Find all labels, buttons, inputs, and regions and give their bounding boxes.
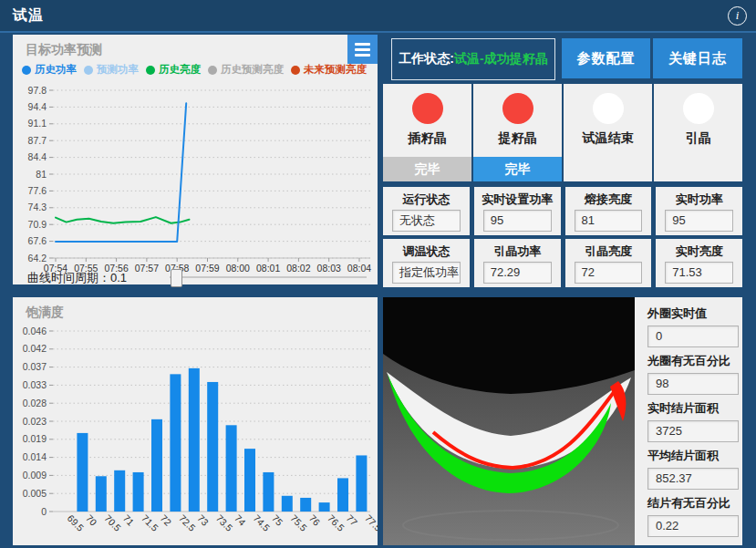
stage-status-panel: 插籽晶 完毕 提籽晶 完毕 试温结束 引晶 <box>383 84 742 181</box>
svg-text:77.5: 77.5 <box>363 512 378 533</box>
legend-dot-icon <box>208 66 217 75</box>
process-fields-panel: 运行状态 无状态 实时设置功率 95 熔接亮度 81 实时功率 95 调温状态 … <box>383 187 742 287</box>
work-status-label: 工作状态: <box>399 51 454 67</box>
field-value-input[interactable]: 72.29 <box>483 262 552 284</box>
key-log-button[interactable]: 关键日志 <box>653 38 742 78</box>
slider-handle[interactable] <box>171 269 182 287</box>
svg-text:74.3: 74.3 <box>28 202 47 212</box>
svg-text:74.5: 74.5 <box>252 512 273 533</box>
svg-text:91.1: 91.1 <box>28 118 47 129</box>
svg-text:0.033: 0.033 <box>23 379 47 390</box>
svg-text:84.4: 84.4 <box>28 151 47 162</box>
stage-indicator <box>412 93 443 124</box>
legend-item-history-predicted-brightness[interactable]: 历史预测亮度 <box>208 63 284 77</box>
camera-fields: 外圈实时值 0 光圈有无百分比 98 实时结片面积 3725 平均结片面积 85… <box>635 297 742 545</box>
slider-label: 曲线时间周期：0.1 <box>27 270 127 286</box>
field-run-status: 运行状态 无状态 <box>383 187 470 235</box>
legend-item-history-brightness[interactable]: 历史亮度 <box>146 63 201 77</box>
field-light-ring-percent: 光圈有无百分比 98 <box>647 353 742 395</box>
stage-done-button[interactable]: 完毕 <box>383 157 471 181</box>
svg-text:70.5: 70.5 <box>102 512 123 533</box>
time-period-slider-row: 曲线时间周期：0.1 <box>13 270 378 284</box>
stage-label: 提籽晶 <box>473 130 562 147</box>
svg-text:0.023: 0.023 <box>23 416 47 427</box>
hamburger-menu-icon[interactable] <box>347 35 378 64</box>
svg-text:76.5: 76.5 <box>326 512 347 533</box>
legend-dot-icon <box>84 66 93 75</box>
svg-text:72.5: 72.5 <box>177 512 198 533</box>
page-title: 试温 <box>13 6 44 26</box>
svg-text:97.8: 97.8 <box>28 85 47 96</box>
camera-field-input[interactable]: 3725 <box>647 420 739 442</box>
svg-text:64.2: 64.2 <box>28 253 47 264</box>
stage-item-necking: 引晶 <box>654 84 742 181</box>
svg-text:75.5: 75.5 <box>288 512 309 533</box>
svg-text:0.005: 0.005 <box>23 488 47 499</box>
field-realtime-power: 实时功率 95 <box>656 187 742 235</box>
info-icon[interactable]: i <box>728 6 747 26</box>
legend-dot-icon <box>291 66 300 75</box>
svg-text:0.028: 0.028 <box>23 398 47 408</box>
svg-text:87.7: 87.7 <box>28 135 47 146</box>
svg-text:0.037: 0.037 <box>23 361 47 372</box>
stage-done-button[interactable]: 完毕 <box>473 157 562 181</box>
svg-text:73.5: 73.5 <box>214 512 235 533</box>
camera-field-input[interactable]: 852.37 <box>647 468 739 490</box>
legend-dot-icon <box>146 66 155 75</box>
legend-dot-icon <box>22 66 31 75</box>
field-value-input[interactable]: 95 <box>665 210 733 232</box>
field-outer-ring-realtime: 外圈实时值 0 <box>647 305 742 347</box>
time-period-slider[interactable] <box>170 276 367 278</box>
field-temp-adjust-status: 调温状态 指定低功率 <box>383 239 470 287</box>
param-config-button[interactable]: 参数配置 <box>562 38 650 78</box>
stage-label: 插籽晶 <box>383 130 471 147</box>
field-necking-power: 引晶功率 72.29 <box>474 239 561 287</box>
chart-legend: 历史功率 预测功率 历史亮度 历史预测亮度 未来预测亮度 <box>22 63 367 77</box>
topbar: 试温 i <box>0 0 756 33</box>
svg-text:81: 81 <box>36 169 47 180</box>
field-realtime-set-power: 实时设置功率 95 <box>474 187 561 235</box>
svg-text:0: 0 <box>41 506 47 517</box>
stage-item-test-end: 试温结束 <box>564 84 652 181</box>
field-value-input[interactable]: 72 <box>575 262 643 284</box>
svg-text:77.6: 77.6 <box>28 185 47 196</box>
svg-text:0.019: 0.019 <box>23 433 47 444</box>
camera-field-input[interactable]: 0.22 <box>647 515 739 537</box>
saturation-bar-chart: 00.0050.0090.0140.0190.0230.0280.0330.03… <box>13 323 378 543</box>
stage-indicator <box>593 93 624 124</box>
field-value-input[interactable]: 指定低功率 <box>392 262 461 284</box>
camera-panel: 外圈实时值 0 光圈有无百分比 98 实时结片面积 3725 平均结片面积 85… <box>383 297 742 545</box>
stage-indicator <box>502 93 533 124</box>
field-value-input[interactable]: 71.53 <box>665 262 733 284</box>
work-status-box: 工作状态:试温-成功提籽晶 <box>391 38 555 80</box>
camera-image <box>383 297 635 545</box>
svg-text:0.014: 0.014 <box>23 451 47 462</box>
svg-text:0.046: 0.046 <box>23 326 47 336</box>
stage-indicator <box>683 93 714 124</box>
field-average-crust-area: 平均结片面积 852.37 <box>647 448 742 490</box>
legend-item-predicted-power[interactable]: 预测功率 <box>84 63 139 77</box>
field-realtime-brightness: 实时亮度 71.53 <box>656 239 742 287</box>
field-value-input[interactable]: 无状态 <box>392 210 461 232</box>
field-value-input[interactable]: 81 <box>575 210 643 232</box>
field-weld-brightness: 熔接亮度 81 <box>565 187 652 235</box>
field-value-input[interactable]: 95 <box>483 210 552 232</box>
camera-field-input[interactable]: 0 <box>647 326 739 347</box>
svg-text:0.009: 0.009 <box>23 470 47 481</box>
field-realtime-crust-area: 实时结片面积 3725 <box>647 400 742 442</box>
svg-text:69.5: 69.5 <box>66 512 87 533</box>
stage-label: 试温结束 <box>564 130 652 147</box>
saturation-panel-title: 饱满度 <box>26 305 64 321</box>
stage-item-insert-seed: 插籽晶 完毕 <box>383 84 471 181</box>
stage-item-lift-seed: 提籽晶 完毕 <box>473 84 562 181</box>
power-panel-title: 目标功率预测 <box>26 42 102 58</box>
camera-field-input[interactable]: 98 <box>647 373 739 395</box>
svg-text:71.5: 71.5 <box>140 512 161 533</box>
saturation-panel: 饱满度 00.0050.0090.0140.0190.0230.0280.033… <box>13 297 378 545</box>
svg-text:94.4: 94.4 <box>28 101 47 112</box>
legend-item-history-power[interactable]: 历史功率 <box>22 63 77 77</box>
work-status-value: 试温-成功提籽晶 <box>454 51 548 67</box>
power-prediction-panel: 目标功率预测 历史功率 预测功率 历史亮度 历史预测亮度 未来预测亮度 64.2… <box>13 35 378 284</box>
legend-item-future-predicted-brightness[interactable]: 未来预测亮度 <box>291 63 367 77</box>
svg-text:67.6: 67.6 <box>28 235 47 246</box>
